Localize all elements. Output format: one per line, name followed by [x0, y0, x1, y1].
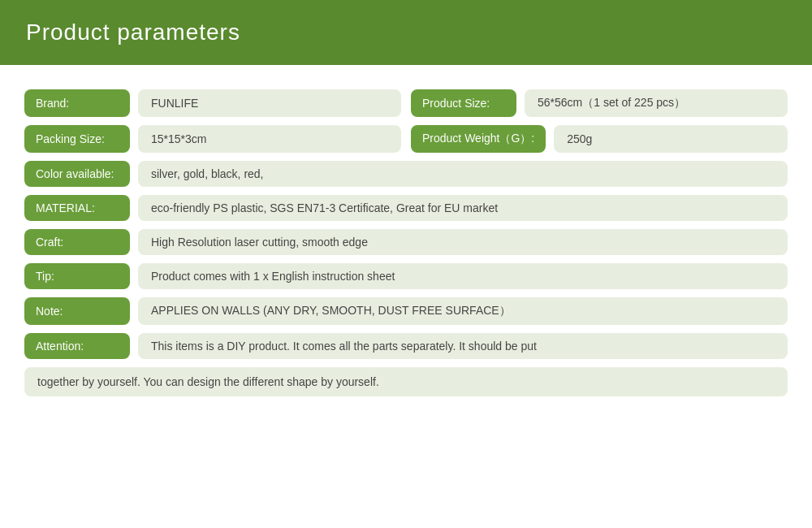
value-brand: FUNLIFE — [138, 89, 401, 117]
continuation-text: together by yourself. You can design the… — [24, 367, 788, 396]
value-color: silver, gold, black, red, — [138, 161, 788, 187]
row-attention: Attention: This items is a DIY product. … — [24, 333, 788, 359]
value-product-weight: 250g — [554, 125, 788, 153]
page-title: Product parameters — [26, 19, 240, 45]
content-area: Brand: FUNLIFE Product Size: 56*56cm（1 s… — [0, 65, 812, 413]
row-material: MATERIAL: eco-friendly PS plastic, SGS E… — [24, 195, 788, 221]
label-product-weight: Product Weight（G）: — [411, 125, 546, 153]
value-craft: High Resolution laser cutting, smooth ed… — [138, 229, 788, 255]
label-brand: Brand: — [24, 89, 130, 117]
label-color: Color available: — [24, 161, 130, 187]
label-tip: Tip: — [24, 263, 130, 289]
label-note: Note: — [24, 297, 130, 325]
value-packing-size: 15*15*3cm — [138, 125, 401, 153]
label-product-size: Product Size: — [411, 89, 516, 117]
value-tip: Product comes with 1 x English instructi… — [138, 263, 788, 289]
params-grid: Brand: FUNLIFE Product Size: 56*56cm（1 s… — [24, 89, 788, 396]
row-craft: Craft: High Resolution laser cutting, sm… — [24, 229, 788, 255]
cell-packing-size: Packing Size: 15*15*3cm — [24, 125, 401, 153]
cell-product-weight: Product Weight（G）: 250g — [411, 125, 788, 153]
cell-brand: Brand: FUNLIFE — [24, 89, 401, 117]
value-attention: This items is a DIY product. It comes al… — [138, 333, 788, 359]
page-header: Product parameters — [0, 0, 812, 65]
cell-product-size: Product Size: 56*56cm（1 set of 225 pcs） — [411, 89, 788, 117]
label-attention: Attention: — [24, 333, 130, 359]
row-brand-size: Brand: FUNLIFE Product Size: 56*56cm（1 s… — [24, 89, 788, 117]
label-material: MATERIAL: — [24, 195, 130, 221]
row-color: Color available: silver, gold, black, re… — [24, 161, 788, 187]
row-note: Note: APPLIES ON WALLS (ANY DRY, SMOOTH,… — [24, 297, 788, 325]
row-tip: Tip: Product comes with 1 x English inst… — [24, 263, 788, 289]
value-material: eco-friendly PS plastic, SGS EN71-3 Cert… — [138, 195, 788, 221]
row-packing-weight: Packing Size: 15*15*3cm Product Weight（G… — [24, 125, 788, 153]
label-craft: Craft: — [24, 229, 130, 255]
value-product-size: 56*56cm（1 set of 225 pcs） — [525, 89, 788, 117]
value-note: APPLIES ON WALLS (ANY DRY, SMOOTH, DUST … — [138, 297, 788, 325]
label-packing-size: Packing Size: — [24, 125, 130, 153]
